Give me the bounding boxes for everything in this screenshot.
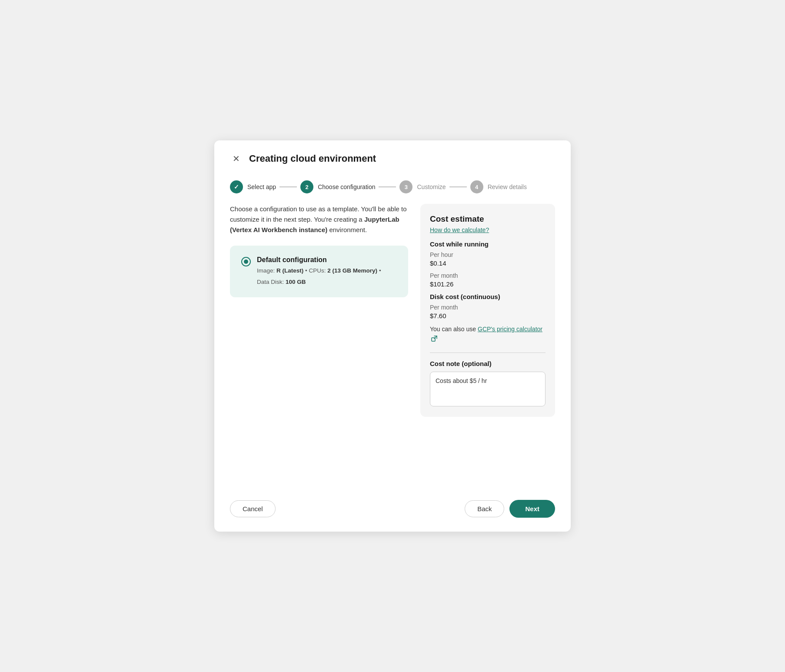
bullet1: • [305, 267, 309, 274]
per-hour-label: Per hour [430, 251, 546, 258]
close-button[interactable]: ✕ [230, 153, 242, 165]
cost-running-title: Cost while running [430, 240, 546, 248]
step-review-details: 4 Review details [470, 180, 527, 193]
dialog-body: Choose a configuration to use as a templ… [214, 204, 571, 488]
disk-value: 100 GB [286, 279, 306, 285]
dialog-title: Creating cloud environment [249, 153, 376, 164]
checkmark-icon: ✓ [234, 183, 239, 190]
config-name: Default configuration [257, 256, 381, 264]
step-label-3: Customize [417, 183, 446, 190]
step-circle-4: 4 [470, 180, 483, 193]
step-connector-2 [379, 186, 396, 187]
step-select-app: ✓ Select app [230, 180, 276, 193]
cost-divider [430, 353, 546, 353]
cost-note-input[interactable] [430, 372, 546, 406]
step-connector-1 [279, 186, 297, 187]
next-button[interactable]: Next [509, 500, 555, 518]
radio-inner-dot [244, 259, 248, 264]
disk-per-month-value: $7.60 [430, 312, 546, 319]
back-button[interactable]: Back [465, 500, 504, 517]
disk-per-month-label: Per month [430, 304, 546, 311]
cancel-button[interactable]: Cancel [230, 500, 276, 517]
step-customize: 3 Customize [399, 180, 446, 193]
image-value: R (Latest) [276, 267, 303, 274]
per-month-label: Per month [430, 272, 546, 279]
pricing-calculator-link[interactable]: GCP's pricing calculator [478, 326, 542, 333]
step-label-1: Select app [247, 183, 276, 190]
pricing-prefix: You can also use [430, 326, 478, 333]
description-text: Choose a configuration to use as a templ… [230, 204, 408, 235]
step-circle-3: 3 [399, 180, 412, 193]
footer-right: Back Next [465, 500, 555, 518]
cpu-value: 2 (13 GB Memory) [327, 267, 377, 274]
steps-container: ✓ Select app 2 Choose configuration 3 Cu… [214, 173, 571, 204]
step-label-4: Review details [488, 183, 527, 190]
image-label: Image: [257, 267, 276, 274]
pricing-calculator-text: You can also use GCP's pricing calculato… [430, 325, 546, 343]
step-label-2: Choose configuration [318, 183, 375, 190]
disk-label: Data Disk: [257, 279, 286, 285]
step-connector-3 [449, 186, 467, 187]
radio-button[interactable] [241, 257, 251, 266]
dialog-header: ✕ Creating cloud environment [214, 140, 571, 173]
step-number-4: 4 [475, 184, 478, 190]
step-choose-config: 2 Choose configuration [300, 180, 375, 193]
dialog-footer: Cancel Back Next [214, 488, 571, 532]
step-circle-1: ✓ [230, 180, 243, 193]
step-circle-2: 2 [300, 180, 313, 193]
step-number-3: 3 [405, 184, 408, 190]
dialog-container: ✕ Creating cloud environment ✓ Select ap… [214, 140, 571, 532]
cost-title: Cost estimate [430, 214, 546, 224]
per-hour-value: $0.14 [430, 259, 546, 267]
config-card[interactable]: Default configuration Image: R (Latest) … [230, 246, 408, 297]
description-suffix: environment. [327, 226, 367, 233]
cpu-label: CPUs: [309, 267, 328, 274]
bullet2: • [379, 267, 381, 274]
cost-note-title: Cost note (optional) [430, 360, 546, 367]
per-month-value: $101.26 [430, 280, 546, 288]
main-content: Choose a configuration to use as a templ… [230, 204, 408, 488]
config-info: Default configuration Image: R (Latest) … [257, 256, 381, 287]
side-panel: Cost estimate How do we calculate? Cost … [420, 204, 555, 488]
step-number-2: 2 [306, 184, 309, 190]
external-link-icon [431, 336, 437, 342]
config-details-line2: Data Disk: 100 GB [257, 278, 381, 286]
calculate-link[interactable]: How do we calculate? [430, 226, 546, 233]
cost-panel: Cost estimate How do we calculate? Cost … [420, 204, 555, 417]
config-details-line1: Image: R (Latest) • CPUs: 2 (13 GB Memor… [257, 266, 381, 275]
disk-cost-title: Disk cost (continuous) [430, 293, 546, 300]
